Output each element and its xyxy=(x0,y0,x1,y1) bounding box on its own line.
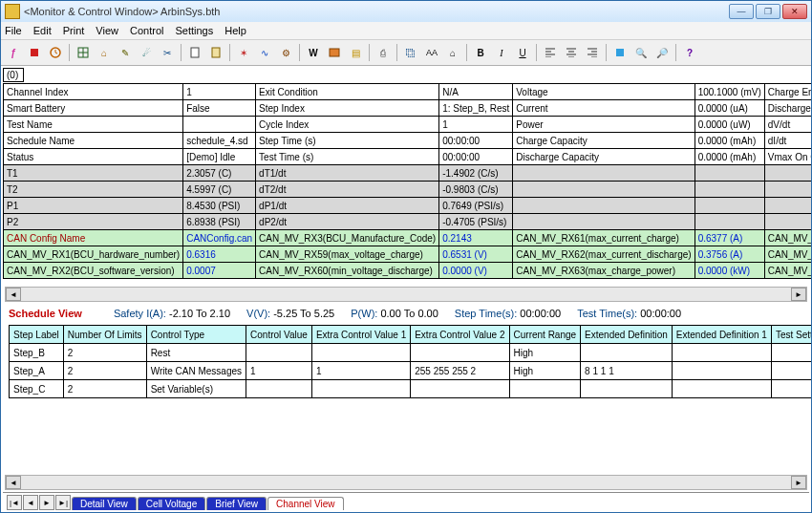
grid-cell[interactable]: Discharge Capacity xyxy=(513,149,694,165)
menu-help[interactable]: Help xyxy=(224,25,246,36)
grid-cell[interactable]: 0.0000 (uW) xyxy=(694,117,764,133)
minimize-button[interactable]: — xyxy=(729,4,754,19)
grid-cell[interactable]: Test Name xyxy=(4,117,183,133)
steps-cell[interactable]: Rest xyxy=(146,344,246,362)
scroll-left-icon[interactable]: ◄ xyxy=(6,476,21,489)
steps-cell[interactable] xyxy=(672,362,771,380)
grid-cell[interactable]: schedule_4.sd xyxy=(183,133,256,149)
grid-cell[interactable]: CAN_MV_RX66(Max_module_voltage) xyxy=(764,263,811,279)
grid-cell[interactable]: Smart Battery xyxy=(4,100,183,117)
grid-cell[interactable]: 0.0000 (uA) xyxy=(694,100,764,117)
title-bar[interactable]: <Monitor & Control Window> ArbinSys.bth … xyxy=(1,1,811,22)
grid-icon[interactable] xyxy=(74,43,93,62)
grid-cell[interactable]: 00:00:00 xyxy=(439,149,513,165)
channel-index-cell[interactable]: (0) xyxy=(3,68,24,82)
wrench-icon[interactable]: ✎ xyxy=(116,43,135,62)
steps-cell[interactable]: 2 xyxy=(63,344,146,362)
grid-cell[interactable]: dT2/dt xyxy=(256,182,439,198)
align-center-icon[interactable] xyxy=(562,43,581,62)
steps-cell[interactable] xyxy=(311,344,410,362)
grid-cell[interactable]: Power xyxy=(513,117,694,133)
grid-cell[interactable]: -0.9803 (C/s) xyxy=(439,182,513,198)
steps-cell[interactable] xyxy=(581,344,673,362)
steps-cell[interactable]: 1 xyxy=(246,362,312,380)
menu-print[interactable]: Print xyxy=(63,25,85,36)
scroll-left-icon[interactable]: ◄ xyxy=(6,288,21,301)
battery-icon[interactable]: ⌂ xyxy=(95,43,114,62)
grid-cell[interactable]: Step Index xyxy=(256,100,439,117)
grid-cell[interactable] xyxy=(694,182,764,198)
grid-cell[interactable]: CAN_MV_RX64(Max_discharge_power) xyxy=(764,230,811,246)
grid-cell[interactable]: CAN_MV_RX3(BCU_Manufacture_Code) xyxy=(256,230,439,246)
zoom-in-icon[interactable]: 🔍 xyxy=(631,43,651,62)
grid-cell[interactable]: [Demo] Idle xyxy=(183,149,256,165)
grid-cell[interactable]: T1 xyxy=(4,165,183,182)
grid-cell[interactable]: N/A xyxy=(439,84,513,100)
grid-cell[interactable] xyxy=(513,165,694,182)
grid-cell[interactable]: -0.4705 (PSI/s) xyxy=(439,214,513,230)
print-icon[interactable]: ⎙ xyxy=(374,43,393,62)
menu-control[interactable]: Control xyxy=(130,25,163,36)
steps-cell[interactable] xyxy=(246,344,312,362)
steps-header[interactable]: Current Range xyxy=(509,326,581,344)
steps-cell[interactable]: 1 xyxy=(311,362,410,380)
grid-cell[interactable]: dI/dt xyxy=(764,133,811,149)
card-icon[interactable] xyxy=(325,43,344,62)
steps-cell[interactable]: 8 1 1 1 xyxy=(581,362,673,380)
grid-cell[interactable]: 00:00:00 xyxy=(439,133,513,149)
tab-next-icon[interactable]: ► xyxy=(39,495,54,510)
grid-cell[interactable] xyxy=(513,198,694,214)
grid-cell[interactable]: 0.6316 xyxy=(183,246,256,263)
grid-cell[interactable]: CAN_MV_RX62(max_current_discharge) xyxy=(513,246,694,263)
grid-cell[interactable]: 0.0000 (kW) xyxy=(694,263,764,279)
hscroll-lower[interactable]: ◄ ► xyxy=(5,475,807,490)
steps-header[interactable]: Control Type xyxy=(146,326,246,344)
copy-icon[interactable]: ⿻ xyxy=(401,43,420,62)
tab-detail-view[interactable]: Detail View xyxy=(72,497,137,510)
grid-cell[interactable]: CAN_MV_RX60(min_voltage_discharge) xyxy=(256,263,439,279)
grid-cell[interactable]: 2.3057 (C) xyxy=(183,165,256,182)
scroll-right-icon[interactable]: ► xyxy=(791,288,806,301)
steps-cell[interactable] xyxy=(509,380,581,398)
find-icon[interactable]: AA xyxy=(422,43,441,62)
grid-cell[interactable]: Discharge Energy xyxy=(764,100,811,117)
brush-icon[interactable]: ☄ xyxy=(137,43,156,62)
steps-cell[interactable]: High xyxy=(509,362,581,380)
grid-cell[interactable]: 4.5997 (C) xyxy=(183,182,256,198)
grid-cell[interactable] xyxy=(764,165,811,182)
grid-cell[interactable]: CAN_MV_RX61(max_current_charge) xyxy=(513,230,694,246)
w-icon[interactable]: W xyxy=(304,43,323,62)
steps-header[interactable]: Control Value xyxy=(246,326,312,344)
grid-cell[interactable]: CANConfig.can xyxy=(183,230,256,246)
grid-cell[interactable]: 0.0000 (mAh) xyxy=(694,149,764,165)
bold-icon[interactable]: B xyxy=(471,43,490,62)
steps-cell[interactable]: Write CAN Messages xyxy=(146,362,246,380)
cut-icon[interactable]: ✂ xyxy=(158,43,177,62)
close-button[interactable]: ✕ xyxy=(782,4,807,19)
stop-icon[interactable] xyxy=(25,43,44,62)
run-icon[interactable]: ƒ xyxy=(4,43,23,62)
grid-cell[interactable]: CAN_MV_RX2(BCU_software_version) xyxy=(4,263,183,279)
grid-cell[interactable]: 0.0000 (V) xyxy=(439,263,513,279)
grid-cell[interactable]: 0.6531 (V) xyxy=(439,246,513,263)
grid-cell[interactable]: 0.0000 (mAh) xyxy=(694,133,764,149)
italic-icon[interactable]: I xyxy=(492,43,511,62)
steps-cell[interactable] xyxy=(672,344,771,362)
steps-cell[interactable] xyxy=(246,380,312,398)
formula-icon[interactable]: ⚙ xyxy=(276,43,295,62)
grid-cell[interactable]: Exit Condition xyxy=(256,84,439,100)
steps-header[interactable]: Extra Control Value 2 xyxy=(411,326,509,344)
grid-cell[interactable]: 0.2143 xyxy=(439,230,513,246)
grid-cell[interactable]: Vmax On Cycle xyxy=(764,149,811,165)
grid-cell[interactable]: -1.4902 (C/s) xyxy=(439,165,513,182)
zoom-out-icon[interactable]: 🔎 xyxy=(652,43,672,62)
grid-cell[interactable] xyxy=(513,182,694,198)
grid-cell[interactable]: Charge Capacity xyxy=(513,133,694,149)
menu-view[interactable]: View xyxy=(96,25,118,36)
steps-cell[interactable] xyxy=(771,362,811,380)
grid-cell[interactable]: 0.7649 (PSI/s) xyxy=(439,198,513,214)
tab-last-icon[interactable]: ►| xyxy=(55,495,71,510)
steps-header[interactable]: Extended Definition xyxy=(581,326,673,344)
grid-cell[interactable]: Charge Energy xyxy=(764,84,811,100)
scroll-right-icon[interactable]: ► xyxy=(791,476,806,489)
